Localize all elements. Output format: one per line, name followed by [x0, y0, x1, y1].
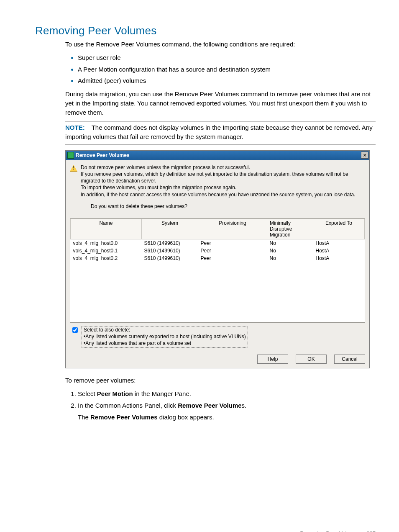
list-item: Admitted (peer) volumes [78, 76, 376, 85]
step-bold: Remove Peer Volumes [90, 414, 158, 421]
cell-prov: Peer [198, 239, 267, 247]
steps-list: Select Peer Motion in the Manger Pane. I… [78, 389, 376, 421]
cell-exp: HostA [313, 239, 365, 247]
confirm-question: Do you want to delete these peer volumes… [91, 203, 365, 210]
warning-text: Do not remove peer volumes unless the mi… [81, 164, 365, 213]
step-text: in the Manger Pane. [133, 390, 191, 397]
cell-mdm: No [267, 247, 313, 254]
cell-name: vols_4_mig_host0.0 [71, 239, 142, 247]
cell-prov: Peer [198, 247, 267, 254]
cell-system: S610 (1499610) [142, 254, 198, 262]
body-paragraph: During data migration, you can use the R… [65, 90, 376, 117]
also-delete-checkbox[interactable] [72, 327, 78, 333]
cancel-button[interactable]: Cancel [334, 355, 365, 364]
col-name[interactable]: Name [71, 218, 142, 239]
cell-prov: Peer [198, 254, 267, 262]
list-item: A Peer Motion configuration that has a s… [78, 65, 376, 74]
step-bold: Remove Peer Volume [178, 402, 241, 409]
steps-intro: To remove peer volumes: [65, 376, 376, 385]
dialog-title-text: Remove Peer Volumes [76, 152, 130, 158]
cell-mdm: No [267, 239, 313, 247]
col-exported[interactable]: Exported To [313, 218, 365, 239]
requirements-list: Super user role A Peer Motion configurat… [78, 53, 376, 85]
cell-exp: HostA [313, 247, 365, 254]
warning-line: To import these volumes, you must begin … [81, 184, 365, 191]
close-icon[interactable]: × [361, 152, 368, 159]
also-delete-label: Select to also delete: [84, 326, 246, 333]
table-row[interactable]: vols_4_mig_host0.1 S610 (1499610) Peer N… [71, 247, 365, 254]
remove-peer-volumes-dialog: Remove Peer Volumes × ! Do not remove pe… [65, 150, 370, 369]
table-row[interactable]: vols_4_mig_host0.0 S610 (1499610) Peer N… [71, 239, 365, 247]
warning-line: If you remove peer volumes, which by def… [81, 171, 365, 184]
list-item: Select Peer Motion in the Manger Pane. [78, 389, 376, 398]
warning-line: Do not remove peer volumes unless the mi… [81, 164, 365, 171]
help-button[interactable]: Help [257, 355, 288, 364]
page-footer: Removing Peer Volumes237 [35, 530, 376, 532]
dialog-titlebar: Remove Peer Volumes × [66, 151, 369, 160]
warning-line: In addition, if the host cannot access t… [81, 191, 365, 198]
col-provisioning[interactable]: Provisioning [198, 218, 267, 239]
step-bold: Peer Motion [97, 390, 133, 397]
col-mdm[interactable]: Minimally Disruptive Migration [267, 218, 313, 239]
list-item: Super user role [78, 53, 376, 62]
step-text: The [78, 414, 90, 421]
cell-system: S610 (1499610) [142, 239, 198, 247]
page-title: Removing Peer Volumes [35, 24, 376, 37]
volumes-table: Name System Provisioning Minimally Disru… [70, 218, 365, 323]
footer-title: Removing Peer Volumes [300, 530, 360, 532]
table-row[interactable]: vols_4_mig_host0.2 S610 (1499610) Peer N… [71, 254, 365, 262]
step-text: Select [78, 390, 97, 397]
also-delete-group: Select to also delete: •Any listed volum… [82, 326, 248, 348]
note-block: NOTE:The command does not display volume… [65, 121, 376, 144]
dialog-button-row: Help OK Cancel [66, 350, 369, 368]
step-text: In the Common Actions Panel, click [78, 402, 178, 409]
col-system[interactable]: System [142, 218, 198, 239]
note-label: NOTE: [65, 124, 85, 131]
also-delete-item: Any listed volumes currently exported to… [85, 334, 246, 339]
cell-name: vols_4_mig_host0.1 [71, 247, 142, 254]
step-text: dialog box appears. [158, 414, 214, 421]
cell-name: vols_4_mig_host0.2 [71, 254, 142, 262]
note-text: The command does not display volumes in … [65, 124, 373, 140]
intro-paragraph: To use the Remove Peer Volumes command, … [65, 40, 376, 49]
ok-button[interactable]: OK [296, 355, 327, 364]
list-item: In the Common Actions Panel, click Remov… [78, 401, 376, 422]
footer-page: 237 [366, 530, 376, 532]
also-delete-item: Any listed volumes that are part of a vo… [85, 340, 191, 346]
app-icon [67, 152, 74, 159]
warning-icon: ! [70, 165, 77, 172]
step-text: s. [242, 402, 247, 409]
cell-mdm: No [267, 254, 313, 262]
cell-exp: HostA [313, 254, 365, 262]
cell-system: S610 (1499610) [142, 247, 198, 254]
